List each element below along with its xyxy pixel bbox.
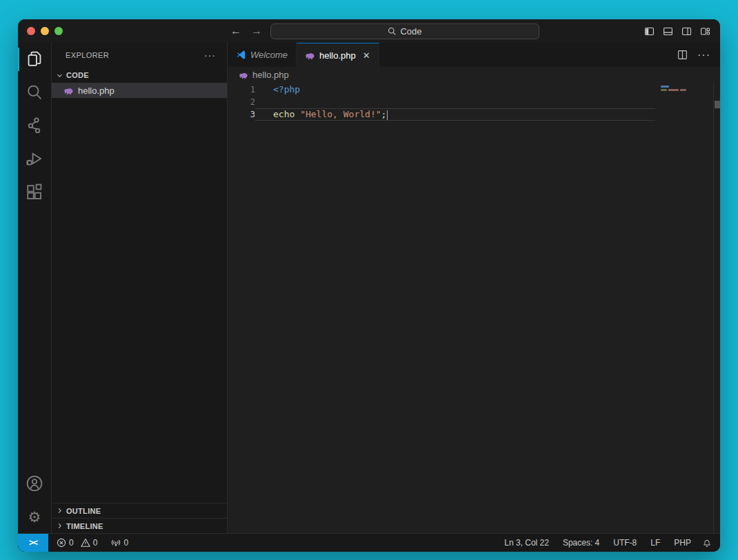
- command-center-label: Code: [400, 26, 421, 37]
- warning-count: 0: [93, 538, 98, 548]
- folder-section-label: CODE: [66, 71, 89, 79]
- remote-icon: ><: [29, 538, 37, 548]
- editor-group: Welcome hello.php ✕ ··· hello.php: [228, 43, 720, 533]
- notifications-bell-icon[interactable]: [702, 538, 712, 548]
- activity-extensions-button[interactable]: [18, 175, 51, 208]
- sidebar-more-actions-button[interactable]: ···: [204, 50, 216, 61]
- ports-count: 0: [123, 538, 128, 548]
- accounts-button[interactable]: [18, 467, 51, 500]
- line-number: 2: [228, 96, 255, 108]
- radio-tower-icon: [111, 538, 121, 548]
- toggle-secondary-sidebar-icon[interactable]: [681, 26, 692, 37]
- gear-icon: ⚙: [28, 510, 41, 524]
- line-number: 1: [228, 83, 255, 96]
- minimize-window-button[interactable]: [41, 27, 49, 35]
- timeline-section-header[interactable]: TIMELINE: [52, 518, 227, 533]
- code-line-2: 2: [228, 96, 655, 108]
- search-icon: [26, 83, 43, 101]
- chevron-right-icon: [54, 507, 65, 514]
- toggle-primary-sidebar-icon[interactable]: [644, 26, 655, 37]
- extensions-icon: [26, 183, 43, 201]
- tab-hello-php[interactable]: hello.php ✕: [297, 43, 379, 67]
- file-item-label: hello.php: [78, 86, 114, 96]
- sidebar-title: EXPLORER: [66, 51, 109, 59]
- navigate-back-button[interactable]: ←: [229, 25, 243, 37]
- line-number: 3: [228, 108, 255, 121]
- tab-close-icon[interactable]: ✕: [363, 50, 370, 61]
- eol-status[interactable]: LF: [645, 538, 666, 548]
- tab-label: hello.php: [319, 50, 356, 61]
- settings-button[interactable]: ⚙: [18, 500, 51, 533]
- code-line-3: 3 echo "Hello, World!";: [228, 108, 655, 121]
- warning-icon: [81, 538, 90, 548]
- vscode-window: ← → Code: [18, 19, 720, 552]
- customize-layout-icon[interactable]: [700, 26, 710, 37]
- outline-section-header[interactable]: OUTLINE: [52, 503, 227, 518]
- toggle-panel-icon[interactable]: [663, 26, 673, 37]
- chevron-right-icon: [54, 522, 65, 530]
- search-icon: [388, 27, 397, 36]
- close-window-button[interactable]: [27, 27, 35, 35]
- vscode-logo-icon: [236, 50, 246, 60]
- source-control-icon: [26, 117, 43, 134]
- encoding-status[interactable]: UTF-8: [608, 538, 642, 548]
- zoom-window-button[interactable]: [54, 27, 63, 35]
- status-bar: >< 0 0 0 Ln 3, Col 22 Spaces: 4 UTF-8 LF…: [18, 533, 720, 552]
- code-token: <?php: [273, 84, 300, 94]
- command-center-search[interactable]: Code: [270, 23, 539, 39]
- minimap[interactable]: [655, 83, 713, 533]
- editor-scrollbar[interactable]: [713, 83, 720, 533]
- tab-label: Welcome: [250, 50, 288, 60]
- run-and-debug-icon: [26, 150, 43, 168]
- activity-explorer-button[interactable]: [18, 43, 51, 76]
- explorer-sidebar: EXPLORER ··· CODE hello.php OUTLINE: [52, 43, 228, 533]
- breadcrumb-file: hello.php: [252, 70, 289, 80]
- minimap-line: [661, 89, 667, 91]
- outline-section-label: OUTLINE: [66, 507, 101, 515]
- language-mode-status[interactable]: PHP: [668, 538, 697, 548]
- code-editor[interactable]: 1 <?php 2 3 echo "Hello, World!";: [228, 83, 720, 533]
- tab-welcome[interactable]: Welcome: [228, 43, 297, 67]
- titlebar: ← → Code: [18, 19, 720, 43]
- window-controls: [18, 27, 63, 35]
- activity-bar: ⚙: [18, 43, 52, 533]
- code-token: ;: [381, 109, 387, 119]
- chevron-down-icon: [54, 72, 65, 79]
- tab-bar: Welcome hello.php ✕ ···: [228, 43, 720, 67]
- scrollbar-slider[interactable]: [715, 101, 720, 108]
- php-file-icon: [63, 86, 74, 96]
- php-file-icon: [239, 70, 248, 80]
- code-token: echo: [273, 109, 300, 119]
- minimap-line: [661, 86, 669, 88]
- account-icon: [26, 474, 43, 492]
- code-token: "Hello, World!": [300, 109, 381, 119]
- problems-status[interactable]: 0 0: [52, 538, 101, 548]
- editor-more-actions-button[interactable]: ···: [697, 49, 710, 61]
- error-icon: [57, 538, 66, 548]
- activity-source-control-button[interactable]: [18, 109, 51, 142]
- files-icon: [26, 50, 43, 68]
- minimap-line: [680, 89, 686, 91]
- activity-run-debug-button[interactable]: [18, 142, 51, 175]
- ports-status[interactable]: 0: [107, 538, 132, 548]
- text-cursor: [387, 110, 388, 120]
- breadcrumb[interactable]: hello.php: [228, 67, 720, 83]
- activity-search-button[interactable]: [18, 76, 51, 109]
- code-line-1: 1 <?php: [228, 83, 655, 96]
- remote-indicator[interactable]: ><: [18, 534, 48, 552]
- indentation-status[interactable]: Spaces: 4: [557, 538, 605, 548]
- error-count: 0: [69, 538, 74, 548]
- timeline-section-label: TIMELINE: [66, 522, 103, 530]
- file-item-hello-php[interactable]: hello.php: [52, 83, 227, 98]
- php-file-icon: [305, 50, 315, 61]
- navigate-forward-button[interactable]: →: [250, 25, 263, 37]
- folder-section-code[interactable]: CODE: [52, 68, 227, 83]
- minimap-line: [668, 89, 679, 91]
- cursor-position-status[interactable]: Ln 3, Col 22: [499, 538, 555, 548]
- split-editor-icon[interactable]: [677, 50, 688, 60]
